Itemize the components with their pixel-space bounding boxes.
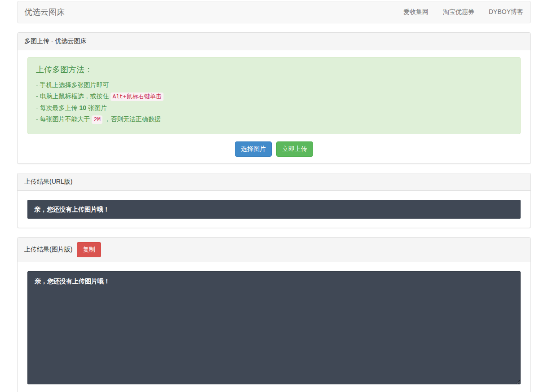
- instruction-line-1: - 手机上选择多张图片即可: [36, 81, 512, 89]
- url-result-empty-box: 亲，您还没有上传图片哦！: [27, 200, 521, 219]
- instruction-line-4: - 每张图片不能大于 2M ，否则无法正确数据: [36, 115, 512, 123]
- upload-panel-title: 多图上传 - 优选云图床: [24, 37, 86, 45]
- instructions-heading: 上传多图方法：: [36, 64, 512, 75]
- nav-link-dyboy-blog[interactable]: DYBOY博客: [482, 1, 530, 23]
- alt-right-click-code: Alt+鼠标右键单击: [110, 92, 163, 101]
- upload-now-button[interactable]: 立即上传: [276, 141, 313, 157]
- image-result-panel-body: 亲，您还没有上传图片哦！: [18, 262, 530, 392]
- url-result-panel: 上传结果(URL版) 亲，您还没有上传图片哦！: [17, 173, 531, 228]
- upload-instructions-alert: 上传多图方法： - 手机上选择多张图片即可 - 电脑上鼠标框选，或按住 Alt+…: [27, 57, 521, 134]
- navbar: 优选云图床 爱收集网 淘宝优惠券 DYBOY博客: [17, 1, 531, 23]
- image-result-textarea[interactable]: 亲，您还没有上传图片哦！: [27, 271, 521, 384]
- image-result-panel-title: 上传结果(图片版): [24, 246, 72, 254]
- instruction-line-2-text: - 电脑上鼠标框选，或按住: [36, 92, 110, 100]
- instruction-line-3-prefix: - 每次最多上传: [36, 104, 79, 111]
- url-result-panel-heading: 上传结果(URL版): [18, 173, 530, 191]
- upload-buttons-row: 选择图片 立即上传: [27, 141, 521, 157]
- instruction-line-2: - 电脑上鼠标框选，或按住 Alt+鼠标右键单击: [36, 92, 512, 101]
- upload-panel: 多图上传 - 优选云图床 上传多图方法： - 手机上选择多张图片即可 - 电脑上…: [17, 32, 531, 164]
- max-count-value: 10: [79, 104, 86, 111]
- instruction-line-4-prefix: - 每张图片不能大于: [36, 115, 92, 123]
- instruction-line-4-suffix: ，否则无法正确数据: [102, 115, 161, 123]
- upload-panel-heading: 多图上传 - 优选云图床: [18, 33, 530, 50]
- image-result-panel-heading: 上传结果(图片版) 复制: [18, 238, 530, 262]
- page-container: 优选云图床 爱收集网 淘宝优惠券 DYBOY博客 多图上传 - 优选云图床 上传…: [17, 0, 531, 392]
- url-result-empty-message: 亲，您还没有上传图片哦！: [34, 206, 110, 213]
- instruction-line-1-text: - 手机上选择多张图片即可: [36, 81, 109, 88]
- instruction-line-3-suffix: 张图片: [86, 104, 107, 111]
- nav-link-taobao-coupon[interactable]: 淘宝优惠券: [436, 1, 482, 23]
- image-result-panel: 上传结果(图片版) 复制 亲，您还没有上传图片哦！: [17, 237, 531, 392]
- url-result-panel-title: 上传结果(URL版): [24, 178, 72, 186]
- upload-panel-body: 上传多图方法： - 手机上选择多张图片即可 - 电脑上鼠标框选，或按住 Alt+…: [18, 50, 530, 163]
- max-size-code: 2M: [92, 115, 102, 124]
- copy-button[interactable]: 复制: [77, 242, 101, 257]
- nav-link-aishouji[interactable]: 爱收集网: [396, 1, 436, 23]
- url-result-panel-body: 亲，您还没有上传图片哦！: [18, 191, 530, 228]
- instruction-line-3: - 每次最多上传 10 张图片: [36, 104, 512, 112]
- site-brand[interactable]: 优选云图床: [18, 7, 71, 18]
- select-images-button[interactable]: 选择图片: [235, 141, 272, 157]
- navbar-links: 爱收集网 淘宝优惠券 DYBOY博客: [396, 1, 530, 23]
